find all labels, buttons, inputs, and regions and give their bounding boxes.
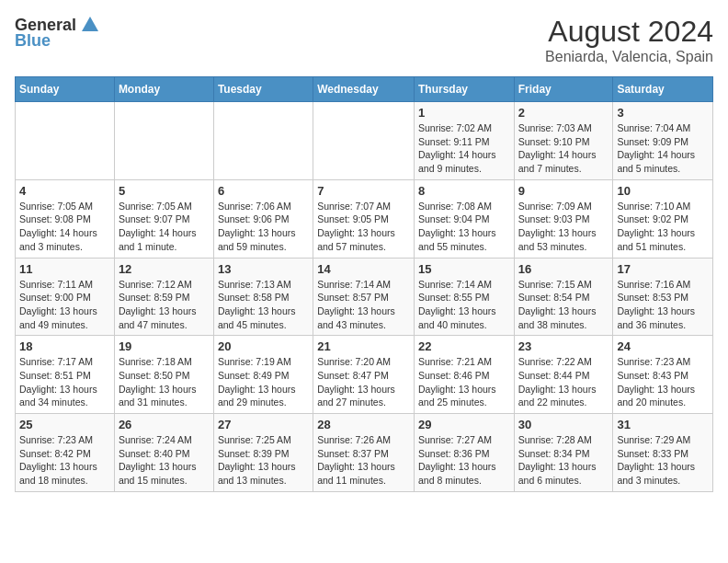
day-number: 1 bbox=[418, 106, 510, 120]
title-area: August 2024 Beniarda, Valencia, Spain bbox=[545, 15, 713, 65]
day-info: Sunrise: 7:08 AMSunset: 9:04 PMDaylight:… bbox=[418, 200, 510, 254]
day-number: 16 bbox=[518, 262, 609, 276]
svg-marker-0 bbox=[82, 17, 98, 31]
calendar-cell-w5-d2: 26Sunrise: 7:24 AMSunset: 8:40 PMDayligh… bbox=[114, 414, 213, 492]
day-info: Sunrise: 7:03 AMSunset: 9:10 PMDaylight:… bbox=[518, 121, 609, 176]
day-info: Sunrise: 7:04 AMSunset: 9:09 PMDaylight:… bbox=[617, 121, 709, 176]
day-info: Sunrise: 7:23 AMSunset: 8:42 PMDaylight:… bbox=[19, 433, 110, 488]
day-number: 11 bbox=[19, 262, 110, 276]
weekday-header-wednesday: Wednesday bbox=[313, 77, 415, 102]
calendar-cell-w3-d5: 15Sunrise: 7:14 AMSunset: 8:55 PMDayligh… bbox=[414, 258, 514, 336]
day-info: Sunrise: 7:05 AMSunset: 9:07 PMDaylight:… bbox=[119, 200, 210, 254]
day-number: 13 bbox=[218, 262, 309, 276]
day-number: 12 bbox=[119, 262, 210, 276]
calendar-cell-w3-d6: 16Sunrise: 7:15 AMSunset: 8:54 PMDayligh… bbox=[514, 258, 613, 336]
calendar-cell-w5-d5: 29Sunrise: 7:27 AMSunset: 8:36 PMDayligh… bbox=[414, 414, 514, 492]
day-info: Sunrise: 7:21 AMSunset: 8:46 PMDaylight:… bbox=[418, 355, 510, 409]
day-number: 28 bbox=[317, 418, 410, 431]
logo: General Blue bbox=[15, 15, 100, 51]
day-info: Sunrise: 7:22 AMSunset: 8:44 PMDaylight:… bbox=[518, 355, 609, 409]
logo-blue: Blue bbox=[15, 31, 51, 51]
day-info: Sunrise: 7:29 AMSunset: 8:33 PMDaylight:… bbox=[617, 433, 709, 488]
day-number: 22 bbox=[418, 339, 510, 353]
calendar-cell-w4-d5: 22Sunrise: 7:21 AMSunset: 8:46 PMDayligh… bbox=[414, 336, 514, 414]
calendar-cell-w4-d2: 19Sunrise: 7:18 AMSunset: 8:50 PMDayligh… bbox=[114, 336, 213, 414]
week-row-1: 1Sunrise: 7:02 AMSunset: 9:11 PMDaylight… bbox=[16, 102, 713, 180]
calendar-table: SundayMondayTuesdayWednesdayThursdayFrid… bbox=[15, 76, 713, 492]
weekday-header-sunday: Sunday bbox=[16, 77, 115, 102]
weekday-header-row: SundayMondayTuesdayWednesdayThursdayFrid… bbox=[16, 77, 713, 102]
day-info: Sunrise: 7:19 AMSunset: 8:49 PMDaylight:… bbox=[218, 355, 309, 409]
day-number: 29 bbox=[418, 418, 510, 431]
week-row-3: 11Sunrise: 7:11 AMSunset: 9:00 PMDayligh… bbox=[16, 258, 713, 336]
calendar-cell-w5-d3: 27Sunrise: 7:25 AMSunset: 8:39 PMDayligh… bbox=[213, 414, 313, 492]
day-number: 31 bbox=[617, 418, 709, 431]
day-number: 10 bbox=[617, 184, 709, 198]
calendar-cell-w5-d7: 31Sunrise: 7:29 AMSunset: 8:33 PMDayligh… bbox=[613, 414, 713, 492]
day-info: Sunrise: 7:07 AMSunset: 9:05 PMDaylight:… bbox=[317, 200, 410, 254]
calendar-cell-w1-d3 bbox=[213, 102, 313, 180]
day-number: 30 bbox=[518, 418, 609, 431]
day-info: Sunrise: 7:23 AMSunset: 8:43 PMDaylight:… bbox=[617, 355, 709, 409]
day-number: 7 bbox=[317, 184, 410, 198]
calendar-cell-w2-d3: 6Sunrise: 7:06 AMSunset: 9:06 PMDaylight… bbox=[213, 179, 313, 258]
day-number: 20 bbox=[218, 339, 309, 353]
day-info: Sunrise: 7:16 AMSunset: 8:53 PMDaylight:… bbox=[617, 278, 709, 332]
calendar-cell-w1-d4 bbox=[313, 102, 415, 180]
calendar-cell-w4-d1: 18Sunrise: 7:17 AMSunset: 8:51 PMDayligh… bbox=[16, 336, 115, 414]
logo-icon bbox=[80, 15, 100, 35]
day-number: 17 bbox=[617, 262, 709, 276]
day-info: Sunrise: 7:05 AMSunset: 9:08 PMDaylight:… bbox=[19, 200, 110, 254]
day-number: 8 bbox=[418, 184, 510, 198]
calendar-cell-w1-d6: 2Sunrise: 7:03 AMSunset: 9:10 PMDaylight… bbox=[514, 102, 613, 180]
day-info: Sunrise: 7:11 AMSunset: 9:00 PMDaylight:… bbox=[19, 278, 110, 332]
day-number: 3 bbox=[617, 106, 709, 120]
day-number: 27 bbox=[218, 418, 309, 431]
weekday-header-monday: Monday bbox=[114, 77, 213, 102]
calendar-cell-w5-d6: 30Sunrise: 7:28 AMSunset: 8:34 PMDayligh… bbox=[514, 414, 613, 492]
calendar-cell-w1-d7: 3Sunrise: 7:04 AMSunset: 9:09 PMDaylight… bbox=[613, 102, 713, 180]
week-row-4: 18Sunrise: 7:17 AMSunset: 8:51 PMDayligh… bbox=[16, 336, 713, 414]
week-row-5: 25Sunrise: 7:23 AMSunset: 8:42 PMDayligh… bbox=[16, 414, 713, 492]
header: General Blue August 2024 Beniarda, Valen… bbox=[15, 15, 713, 65]
calendar-cell-w2-d5: 8Sunrise: 7:08 AMSunset: 9:04 PMDaylight… bbox=[414, 179, 514, 258]
page-title: August 2024 bbox=[545, 15, 713, 49]
day-info: Sunrise: 7:27 AMSunset: 8:36 PMDaylight:… bbox=[418, 433, 510, 488]
weekday-header-friday: Friday bbox=[514, 77, 613, 102]
calendar-cell-w4-d4: 21Sunrise: 7:20 AMSunset: 8:47 PMDayligh… bbox=[313, 336, 415, 414]
day-info: Sunrise: 7:12 AMSunset: 8:59 PMDaylight:… bbox=[119, 278, 210, 332]
calendar-cell-w3-d4: 14Sunrise: 7:14 AMSunset: 8:57 PMDayligh… bbox=[313, 258, 415, 336]
day-number: 9 bbox=[518, 184, 609, 198]
day-number: 19 bbox=[119, 339, 210, 353]
calendar-cell-w1-d5: 1Sunrise: 7:02 AMSunset: 9:11 PMDaylight… bbox=[414, 102, 514, 180]
day-info: Sunrise: 7:13 AMSunset: 8:58 PMDaylight:… bbox=[218, 278, 309, 332]
page-subtitle: Beniarda, Valencia, Spain bbox=[545, 49, 713, 65]
day-info: Sunrise: 7:24 AMSunset: 8:40 PMDaylight:… bbox=[119, 433, 210, 488]
calendar-cell-w2-d1: 4Sunrise: 7:05 AMSunset: 9:08 PMDaylight… bbox=[16, 179, 115, 258]
day-number: 14 bbox=[317, 262, 410, 276]
day-info: Sunrise: 7:26 AMSunset: 8:37 PMDaylight:… bbox=[317, 433, 410, 488]
calendar-body: 1Sunrise: 7:02 AMSunset: 9:11 PMDaylight… bbox=[16, 102, 713, 492]
day-number: 15 bbox=[418, 262, 510, 276]
day-info: Sunrise: 7:17 AMSunset: 8:51 PMDaylight:… bbox=[19, 355, 110, 409]
day-number: 2 bbox=[518, 106, 609, 120]
day-number: 21 bbox=[317, 339, 410, 353]
day-info: Sunrise: 7:25 AMSunset: 8:39 PMDaylight:… bbox=[218, 433, 309, 488]
calendar-cell-w4-d3: 20Sunrise: 7:19 AMSunset: 8:49 PMDayligh… bbox=[213, 336, 313, 414]
day-number: 6 bbox=[218, 184, 309, 198]
day-number: 23 bbox=[518, 339, 609, 353]
week-row-2: 4Sunrise: 7:05 AMSunset: 9:08 PMDaylight… bbox=[16, 179, 713, 258]
calendar-cell-w1-d2 bbox=[114, 102, 213, 180]
day-number: 4 bbox=[19, 184, 110, 198]
day-number: 18 bbox=[19, 339, 110, 353]
calendar-cell-w3-d2: 12Sunrise: 7:12 AMSunset: 8:59 PMDayligh… bbox=[114, 258, 213, 336]
day-info: Sunrise: 7:10 AMSunset: 9:02 PMDaylight:… bbox=[617, 200, 709, 254]
calendar-cell-w3-d1: 11Sunrise: 7:11 AMSunset: 9:00 PMDayligh… bbox=[16, 258, 115, 336]
calendar-cell-w2-d6: 9Sunrise: 7:09 AMSunset: 9:03 PMDaylight… bbox=[514, 179, 613, 258]
day-info: Sunrise: 7:06 AMSunset: 9:06 PMDaylight:… bbox=[218, 200, 309, 254]
calendar-header: SundayMondayTuesdayWednesdayThursdayFrid… bbox=[16, 77, 713, 102]
day-number: 26 bbox=[119, 418, 210, 431]
calendar-cell-w2-d2: 5Sunrise: 7:05 AMSunset: 9:07 PMDaylight… bbox=[114, 179, 213, 258]
day-number: 5 bbox=[119, 184, 210, 198]
calendar-cell-w4-d6: 23Sunrise: 7:22 AMSunset: 8:44 PMDayligh… bbox=[514, 336, 613, 414]
